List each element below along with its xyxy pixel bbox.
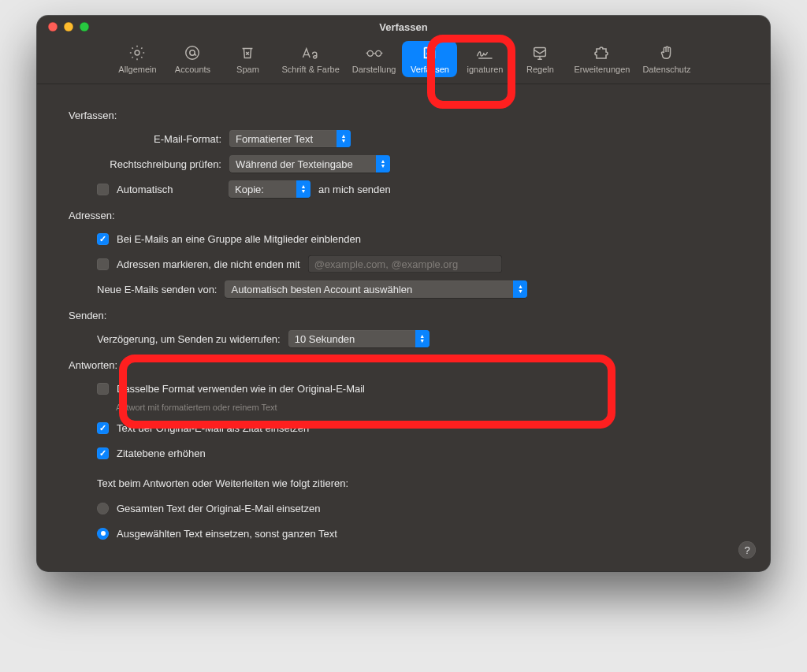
row-same-format: Dasselbe Format verwenden wie in der Ori… [97, 379, 738, 398]
label-radio-all: Gesamten Text der Original-E-Mail einset… [117, 503, 320, 514]
tab-general[interactable]: Allgemein [110, 41, 165, 77]
checkbox-auto-bcc[interactable] [97, 184, 109, 195]
popup-send-from[interactable]: Automatisch besten Account auswählen ▲▼ [225, 280, 527, 298]
help-icon: ? [744, 544, 749, 556]
svg-point-0 [136, 50, 140, 55]
chevron-updown-icon: ▲▼ [337, 130, 351, 147]
row-auto-bcc: Automatisch Kopie: ▲▼ an mich senden [97, 180, 738, 199]
label-undo-send-delay: Verzögerung, um Senden zu widerrufen: [97, 333, 281, 345]
label-auto-bcc: Automatisch [117, 184, 221, 195]
close-window-button[interactable] [48, 22, 58, 32]
tab-extensions[interactable]: Erweiterungen [567, 41, 636, 77]
font-icon [300, 44, 321, 61]
row-quote-original: ✓ Text der Original-E-Mail als Zitat ein… [97, 418, 738, 437]
chevron-updown-icon: ▲▼ [296, 180, 311, 198]
preferences-content: Verfassen: E-Mail-Format: Formatierter T… [37, 84, 770, 571]
checkbox-increase-quote[interactable]: ✓ [97, 447, 109, 459]
tab-junk[interactable]: Spam [220, 41, 275, 77]
label-spellcheck: Rechtschreibung prüfen: [97, 158, 221, 170]
placeholder-text: @example.com, @example.org [314, 258, 458, 270]
popup-value: Kopie: [235, 184, 281, 195]
at-icon [182, 44, 203, 61]
radio-all-text[interactable] [97, 503, 109, 514]
tab-accounts[interactable]: Accounts [165, 41, 220, 77]
tab-rules[interactable]: Regeln [512, 41, 567, 77]
checkbox-mark-addresses[interactable] [97, 258, 109, 270]
row-radio-selected-text: Ausgewählten Text einsetzen, sonst ganze… [97, 524, 738, 543]
label-send-from: Neue E-Mails senden von: [97, 284, 217, 295]
row-send-from: Neue E-Mails senden von: Automatisch bes… [97, 280, 738, 299]
popup-value: Während der Texteingabe [236, 158, 370, 170]
tab-label: Datenschutz [642, 65, 690, 74]
textfield-mark-addresses[interactable]: @example.com, @example.org [308, 255, 502, 273]
tab-label: Verfassen [411, 65, 449, 74]
tab-privacy[interactable]: Datenschutz [636, 41, 697, 77]
label-group-expand: Bei E-Mails an eine Gruppe alle Mitglied… [117, 233, 361, 245]
hand-icon [656, 44, 677, 61]
svg-point-1 [186, 46, 199, 60]
preferences-toolbar: Allgemein Accounts Spam Sc [37, 38, 770, 84]
popup-value: Automatisch besten Account auswählen [231, 284, 430, 295]
window-controls [48, 22, 89, 32]
label-email-format: E-Mail-Format: [97, 133, 221, 145]
label-auto-bcc-suffix: an mich senden [318, 184, 391, 195]
popup-email-format[interactable]: Formatierter Text ▲▼ [229, 130, 351, 147]
svg-point-4 [375, 50, 381, 56]
tab-label: Spam [236, 65, 259, 74]
chevron-updown-icon: ▲▼ [415, 330, 430, 347]
section-heading-replies: Antworten: [69, 359, 738, 371]
svg-rect-5 [534, 48, 546, 57]
minimize-window-button[interactable] [64, 22, 73, 32]
row-undo-send-delay: Verzögerung, um Senden zu widerrufen: 10… [97, 329, 738, 348]
checkbox-same-format[interactable] [97, 383, 109, 395]
chevron-updown-icon: ▲▼ [376, 155, 390, 173]
gear-icon [127, 44, 147, 61]
row-email-format: E-Mail-Format: Formatierter Text ▲▼ [97, 129, 738, 148]
chevron-updown-icon: ▲▼ [513, 280, 527, 298]
tab-signatures[interactable]: ignaturen [457, 41, 512, 77]
tab-label: Regeln [526, 65, 554, 74]
compose-icon [419, 44, 440, 61]
row-increase-quote: ✓ Zitatebene erhöhen [97, 444, 738, 462]
tab-label: ignaturen [467, 65, 504, 74]
row-mark-addresses: Adressen markieren, die nicht enden mit … [97, 254, 738, 273]
preferences-window: Verfassen Allgemein Accounts [37, 16, 770, 571]
glasses-icon [364, 44, 385, 61]
titlebar: Verfassen [37, 16, 770, 38]
tab-composing[interactable]: Verfassen [402, 41, 457, 77]
tab-label: Erweiterungen [574, 65, 630, 74]
popup-undo-send-delay[interactable]: 10 Sekunden ▲▼ [288, 330, 430, 347]
signature-icon [474, 44, 495, 61]
tab-fonts-colors[interactable]: Schrift & Farbe [275, 41, 345, 77]
popup-value: Formatierter Text [236, 133, 330, 145]
label-mark-addresses: Adressen markieren, die nicht enden mit [117, 258, 300, 270]
tab-viewing[interactable]: Darstellung [346, 41, 403, 77]
popup-auto-bcc-type[interactable]: Kopie: ▲▼ [229, 180, 311, 198]
rules-icon [530, 44, 550, 61]
label-radio-selected: Ausgewählten Text einsetzen, sonst ganze… [117, 528, 337, 540]
label-quote-intro: Text beim Antworten oder Weiterleiten wi… [97, 477, 348, 489]
checkbox-quote-original[interactable]: ✓ [97, 422, 109, 434]
puzzle-icon [592, 44, 612, 61]
radio-selected-text[interactable] [97, 528, 109, 540]
section-heading-compose: Verfassen: [69, 110, 738, 121]
svg-point-2 [190, 50, 195, 55]
popup-spellcheck[interactable]: Während der Texteingabe ▲▼ [229, 155, 390, 173]
zoom-window-button[interactable] [80, 22, 89, 32]
row-spellcheck: Rechtschreibung prüfen: Während der Text… [97, 154, 738, 173]
tab-label: Darstellung [352, 65, 396, 74]
section-heading-addresses: Adressen: [69, 210, 738, 221]
subtext-same-format: Antwort mit formatiertem oder reinem Tex… [116, 403, 738, 412]
svg-point-3 [367, 50, 373, 56]
label-quote-original: Text der Original-E-Mail als Zitat einse… [117, 422, 309, 434]
row-quote-intro: Text beim Antworten oder Weiterleiten wi… [97, 473, 738, 492]
row-group-expand: ✓ Bei E-Mails an eine Gruppe alle Mitgli… [97, 229, 738, 248]
help-button[interactable]: ? [738, 541, 756, 559]
checkbox-group-expand[interactable]: ✓ [97, 233, 109, 245]
window-title: Verfassen [379, 21, 427, 33]
tab-label: Accounts [175, 65, 210, 74]
tab-label: Schrift & Farbe [281, 65, 339, 74]
tab-label: Allgemein [118, 65, 156, 74]
popup-value: 10 Sekunden [295, 333, 373, 345]
trash-icon [237, 44, 258, 61]
